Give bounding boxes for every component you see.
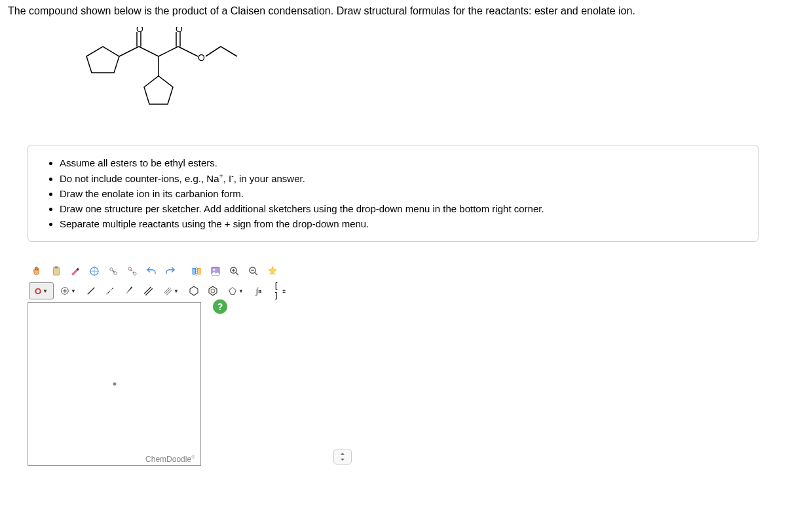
svg-line-1 [139, 47, 159, 56]
paste-image-icon[interactable] [207, 263, 224, 280]
svg-rect-15 [55, 267, 58, 269]
svg-point-50 [211, 289, 215, 293]
zoom-in-icon[interactable] [226, 263, 243, 280]
instruction-item: Separate multiple reactants using the + … [60, 217, 746, 231]
svg-rect-14 [54, 267, 60, 275]
svg-line-46 [166, 289, 171, 294]
svg-line-9 [221, 47, 237, 56]
canvas-placeholder-dot [113, 383, 116, 386]
svg-rect-27 [198, 269, 201, 275]
instruction-item: Do not include counter-ions, e.g., Na+, … [60, 171, 746, 185]
instruction-item: Draw one structure per sketcher. Add add… [60, 202, 746, 216]
svg-line-36 [255, 273, 257, 275]
sketcher-toolbar: O▼ ▼ ▼ [28, 261, 381, 302]
center-icon[interactable] [86, 263, 103, 280]
svg-text:O: O [136, 27, 143, 34]
svg-marker-48 [190, 286, 198, 295]
svg-line-21 [113, 271, 115, 273]
molecule-structure: O O O [73, 27, 778, 132]
redo-icon[interactable] [162, 263, 179, 280]
instruction-item: Assume all esters to be ethyl esters. [60, 156, 746, 170]
double-bond-icon[interactable] [140, 282, 157, 299]
chain-link-icon[interactable] [105, 263, 122, 280]
marker-icon[interactable] [67, 263, 84, 280]
svg-line-47 [166, 290, 172, 295]
wedge-bond-icon[interactable] [121, 282, 138, 299]
help-button[interactable]: ? [213, 299, 227, 314]
svg-line-7 [178, 47, 198, 56]
charge-selector[interactable]: ▼ [56, 282, 81, 299]
question-text: The compound shown below is the product … [8, 5, 778, 17]
flip-horizontal-icon[interactable] [188, 263, 205, 280]
svg-marker-51 [229, 288, 236, 295]
cyclopentane-icon[interactable]: ▼ [223, 282, 248, 299]
svg-line-0 [119, 47, 139, 56]
element-selector[interactable]: O▼ [29, 282, 54, 299]
svg-point-30 [213, 269, 215, 271]
clean-icon[interactable] [264, 263, 281, 280]
hand-tool-icon[interactable] [29, 263, 46, 280]
svg-text:O: O [176, 27, 183, 34]
sketcher-canvas[interactable]: ChemDoodle® [28, 302, 201, 466]
instructions-box: Assume all esters to be ethyl esters. Do… [28, 145, 758, 242]
bracket-charge-icon[interactable]: [ ]± [269, 282, 286, 299]
svg-line-41 [88, 288, 95, 295]
expand-sketcher-button[interactable] [333, 449, 352, 465]
instruction-item: Draw the enolate ion in its carbanion fo… [60, 187, 746, 200]
svg-marker-49 [209, 286, 217, 295]
chemdoodle-brand-label: ChemDoodle® [145, 454, 195, 464]
chemdoodle-sketcher: O▼ ▼ ▼ [28, 261, 381, 468]
svg-line-32 [236, 273, 238, 275]
undo-icon[interactable] [143, 263, 160, 280]
chain-break-icon[interactable] [124, 263, 141, 280]
svg-text:O: O [198, 52, 205, 63]
svg-line-24 [131, 270, 132, 271]
svg-line-45 [164, 288, 170, 293]
triple-bond-icon[interactable]: ▼ [159, 282, 183, 299]
zoom-out-icon[interactable] [245, 263, 262, 280]
svg-line-42 [107, 288, 114, 295]
svg-rect-26 [193, 269, 196, 275]
paste-icon[interactable] [48, 263, 65, 280]
dotted-bond-icon[interactable] [102, 282, 119, 299]
single-bond-icon[interactable] [83, 282, 100, 299]
svg-line-8 [206, 47, 221, 56]
svg-line-25 [133, 272, 134, 273]
integral-n-icon[interactable]: ∫n [250, 282, 267, 299]
benzene-icon[interactable] [204, 282, 221, 299]
svg-line-4 [159, 47, 178, 56]
cyclohexane-icon[interactable] [185, 282, 202, 299]
